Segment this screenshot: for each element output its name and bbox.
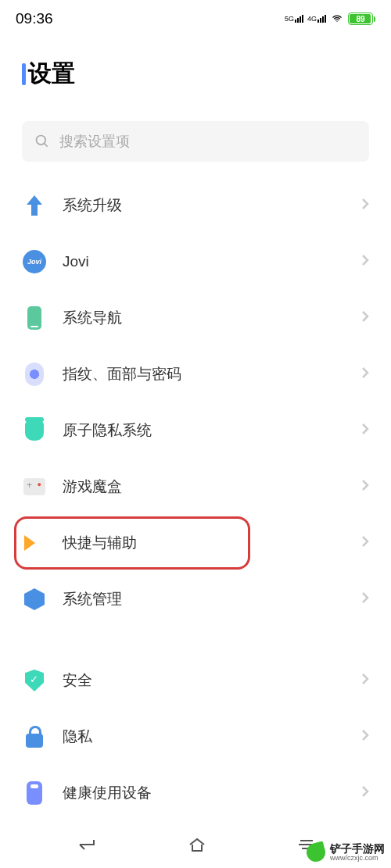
watermark-logo-icon xyxy=(304,841,327,863)
settings-item-label: 快捷与辅助 xyxy=(63,533,361,553)
upgrade-icon xyxy=(22,193,47,218)
chevron-right-icon xyxy=(361,310,369,326)
chevron-right-icon xyxy=(361,479,369,495)
settings-item-label: 系统导航 xyxy=(63,308,361,328)
chevron-right-icon xyxy=(361,198,369,213)
health-icon xyxy=(22,780,47,805)
settings-item-label: 安全 xyxy=(63,670,361,691)
status-indicators: 5G 4G 89 xyxy=(285,13,375,25)
settings-item-label: 指纹、面部与密码 xyxy=(63,364,361,384)
watermark-brand: 铲子手游网 xyxy=(330,843,385,854)
settings-item-system-upgrade[interactable]: 系统升级 xyxy=(0,177,391,234)
settings-item-system-nav[interactable]: 系统导航 xyxy=(0,290,391,346)
chevron-right-icon xyxy=(361,366,369,382)
signal-4g: 4G xyxy=(307,15,326,23)
chevron-right-icon xyxy=(361,423,369,438)
watermark-url: www/czxjc.com xyxy=(330,854,385,862)
settings-item-label: 游戏魔盒 xyxy=(63,477,361,497)
settings-item-biometrics[interactable]: 指纹、面部与密码 xyxy=(0,346,391,402)
settings-item-label: 隐私 xyxy=(63,727,361,747)
signal-5g: 5G xyxy=(285,15,303,23)
settings-item-gamebox[interactable]: 游戏魔盒 xyxy=(0,459,391,515)
wifi-icon xyxy=(330,13,344,24)
chevron-right-icon xyxy=(361,729,369,745)
chevron-right-icon xyxy=(361,785,369,801)
settings-item-label: 健康使用设备 xyxy=(63,783,361,803)
settings-item-security[interactable]: 安全 xyxy=(0,652,391,709)
fingerprint-icon xyxy=(22,362,47,387)
svg-line-1 xyxy=(45,144,48,147)
nav-icon xyxy=(22,305,47,330)
privacy-icon xyxy=(22,418,47,443)
settings-list: 系统升级JoviJovi系统导航指纹、面部与密码原子隐私系统游戏魔盒快捷与辅助系… xyxy=(0,170,391,829)
shortcut-icon xyxy=(22,530,47,555)
battery-indicator: 89 xyxy=(348,13,375,25)
back-button[interactable] xyxy=(77,837,97,855)
status-bar: 09:36 5G 4G 89 xyxy=(0,0,391,34)
home-button[interactable] xyxy=(188,837,206,855)
settings-item-label: 系统管理 xyxy=(63,589,361,609)
search-placeholder: 搜索设置项 xyxy=(59,132,130,151)
lock-icon xyxy=(22,724,47,749)
chevron-right-icon xyxy=(361,535,369,551)
settings-item-digital-wellbeing[interactable]: 健康使用设备 xyxy=(0,765,391,821)
gamebox-icon xyxy=(22,474,47,499)
settings-item-jovi[interactable]: JoviJovi xyxy=(0,234,391,290)
chevron-right-icon xyxy=(361,254,369,270)
settings-item-label: 原子隐私系统 xyxy=(63,420,361,441)
settings-item-privacy[interactable]: 隐私 xyxy=(0,709,391,765)
page-header: 设置 xyxy=(0,34,391,105)
sysmgmt-icon xyxy=(22,587,47,612)
status-time: 09:36 xyxy=(16,10,53,27)
svg-point-0 xyxy=(37,136,46,145)
search-icon xyxy=(34,134,50,149)
settings-item-shortcuts[interactable]: 快捷与辅助 xyxy=(0,515,391,571)
chevron-right-icon xyxy=(361,673,369,688)
chevron-right-icon xyxy=(361,591,369,607)
watermark: 铲子手游网 www/czxjc.com xyxy=(307,843,385,862)
jovi-icon: Jovi xyxy=(22,249,47,274)
page-title: 设置 xyxy=(22,58,369,90)
settings-item-privacy-system[interactable]: 原子隐私系统 xyxy=(0,402,391,459)
security-icon xyxy=(22,668,47,693)
settings-item-label: Jovi xyxy=(63,253,361,270)
search-input[interactable]: 搜索设置项 xyxy=(22,121,369,162)
settings-item-label: 系统升级 xyxy=(63,195,361,216)
settings-item-system-mgmt[interactable]: 系统管理 xyxy=(0,571,391,627)
